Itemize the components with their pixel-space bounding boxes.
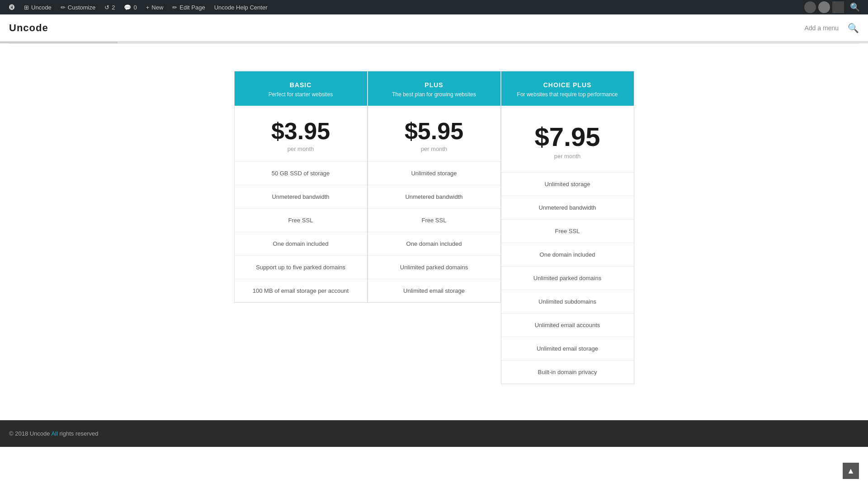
choice-plus-feature-3: Free SSL bbox=[501, 220, 634, 243]
plus-feature-5: Unlimited parked domains bbox=[368, 256, 500, 279]
plus-icon: + bbox=[146, 4, 150, 11]
avatar-1 bbox=[804, 1, 816, 13]
choice-plus-feature-1: Unlimited storage bbox=[501, 173, 634, 196]
choice-plus-price-block: $7.95 per month bbox=[501, 106, 634, 173]
site-footer: © 2018 Uncode All rights reserved bbox=[0, 420, 868, 447]
pricing-card-choice-plus: CHOICE PLUS For websites that require to… bbox=[501, 71, 634, 384]
basic-feature-4: One domain included bbox=[235, 232, 367, 256]
plus-price: $5.95 bbox=[377, 119, 491, 143]
comments-icon: 💬 bbox=[124, 4, 131, 11]
admin-bar-comments[interactable]: 💬 0 bbox=[119, 0, 141, 14]
basic-feature-1: 50 GB SSD of storage bbox=[235, 162, 367, 185]
scroll-line bbox=[0, 42, 868, 43]
site-nav: Add a menu 🔍 bbox=[805, 23, 859, 33]
choice-plus-feature-8: Unlimited email storage bbox=[501, 337, 634, 361]
basic-feature-3: Free SSL bbox=[235, 209, 367, 232]
basic-feature-6: 100 MB of email storage per account bbox=[235, 279, 367, 302]
edit-icon: ✏ bbox=[172, 4, 177, 11]
basic-plan-name: BASIC bbox=[244, 81, 358, 89]
choice-plus-plan-tagline: For websites that require top performanc… bbox=[510, 91, 625, 98]
admin-bar-customize[interactable]: ✏ Customize bbox=[56, 0, 100, 14]
pricing-card-basic: BASIC Perfect for starter websites $3.95… bbox=[234, 71, 368, 303]
basic-price-block: $3.95 per month bbox=[235, 106, 367, 162]
admin-bar-help[interactable]: Uncode Help Center bbox=[210, 0, 272, 14]
plus-plan-name: PLUS bbox=[377, 81, 491, 89]
search-icon-header[interactable]: 🔍 bbox=[848, 23, 859, 33]
plus-feature-1: Unlimited storage bbox=[368, 162, 500, 185]
basic-header: BASIC Perfect for starter websites bbox=[235, 71, 367, 106]
scroll-top-icon: ▲ bbox=[847, 466, 855, 476]
choice-plus-feature-9: Built-in domain privacy bbox=[501, 361, 634, 384]
wp-icon: 🅦 bbox=[9, 4, 15, 11]
choice-plus-feature-5: Unlimited parked domains bbox=[501, 267, 634, 290]
choice-plus-feature-7: Unlimited email accounts bbox=[501, 314, 634, 337]
basic-feature-2: Unmetered bandwidth bbox=[235, 185, 367, 209]
admin-bar-wp-icon[interactable]: 🅦 bbox=[5, 0, 19, 14]
plus-feature-6: Unlimited email storage bbox=[368, 279, 500, 302]
admin-bar-uncode[interactable]: ⊞ Uncode bbox=[19, 0, 56, 14]
plus-plan-tagline: The best plan for growing websites bbox=[377, 91, 491, 98]
admin-bar: 🅦 ⊞ Uncode ✏ Customize ↺ 2 💬 0 + New ✏ E… bbox=[0, 0, 868, 14]
basic-plan-tagline: Perfect for starter websites bbox=[244, 91, 358, 98]
main-content: BASIC Perfect for starter websites $3.95… bbox=[163, 44, 705, 420]
site-header: Uncode Add a menu 🔍 bbox=[0, 14, 868, 42]
add-menu-link[interactable]: Add a menu bbox=[805, 24, 839, 32]
footer-copyright: © 2018 Uncode bbox=[9, 430, 50, 437]
page-wrap: Uncode Add a menu 🔍 BASIC Perfect for st… bbox=[0, 0, 868, 447]
choice-plus-feature-4: One domain included bbox=[501, 243, 634, 267]
plus-price-block: $5.95 per month bbox=[368, 106, 500, 162]
choice-plus-feature-2: Unmetered bandwidth bbox=[501, 196, 634, 220]
uncode-icon: ⊞ bbox=[24, 4, 29, 11]
plus-feature-3: Free SSL bbox=[368, 209, 500, 232]
plus-feature-4: One domain included bbox=[368, 232, 500, 256]
basic-period: per month bbox=[244, 145, 358, 152]
choice-plus-period: per month bbox=[510, 153, 625, 160]
admin-bar-new[interactable]: + New bbox=[142, 0, 168, 14]
choice-plus-plan-name: CHOICE PLUS bbox=[510, 81, 625, 89]
revisions-icon: ↺ bbox=[104, 4, 109, 11]
basic-price: $3.95 bbox=[244, 119, 358, 143]
plus-period: per month bbox=[377, 145, 491, 152]
customize-icon: ✏ bbox=[61, 4, 66, 11]
basic-feature-5: Support up to five parked domains bbox=[235, 256, 367, 279]
footer-suffix: rights reserved bbox=[60, 430, 99, 437]
admin-bar-revisions[interactable]: ↺ 2 bbox=[100, 0, 119, 14]
admin-bar-edit-page[interactable]: ✏ Edit Page bbox=[168, 0, 209, 14]
admin-search-icon[interactable]: 🔍 bbox=[846, 2, 863, 12]
pricing-section: BASIC Perfect for starter websites $3.95… bbox=[172, 71, 696, 384]
site-logo: Uncode bbox=[9, 22, 48, 34]
scroll-progress bbox=[0, 42, 118, 43]
admin-bar-right: 🔍 bbox=[804, 1, 863, 13]
avatar-2 bbox=[818, 1, 830, 13]
choice-plus-price: $7.95 bbox=[510, 124, 625, 150]
footer-brand: All bbox=[51, 430, 57, 437]
choice-plus-feature-6: Unlimited subdomains bbox=[501, 290, 634, 314]
plus-feature-2: Unmetered bandwidth bbox=[368, 185, 500, 209]
pricing-card-plus: PLUS The best plan for growing websites … bbox=[368, 71, 501, 303]
choice-plus-header: CHOICE PLUS For websites that require to… bbox=[501, 71, 634, 106]
scroll-top-button[interactable]: ▲ bbox=[843, 463, 859, 479]
plus-header: PLUS The best plan for growing websites bbox=[368, 71, 500, 106]
